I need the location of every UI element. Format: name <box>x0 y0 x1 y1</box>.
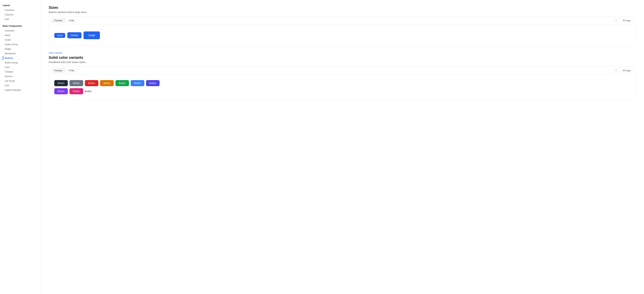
btn-pink[interactable]: Button <box>70 88 83 94</box>
sidebar-item-blockquote[interactable]: Blockquote <box>3 51 38 56</box>
sidebar-item-list-group[interactable]: List Group <box>3 79 38 83</box>
moon-icon: ☾ <box>616 19 618 22</box>
color-copy-label: Copy <box>626 69 630 72</box>
sidebar-item-avatar[interactable]: Avatar <box>3 38 38 42</box>
sidebar-item-lists[interactable]: Lists <box>3 83 38 88</box>
sizes-tab-html[interactable]: HTML <box>66 18 78 23</box>
sidebar-item-button-group[interactable]: Button Group <box>3 60 38 65</box>
color-tabs-bar: Preview HTML ☾ ⧉ Copy <box>49 66 636 75</box>
sidebar-item-badge[interactable]: Badge <box>3 47 38 51</box>
sidebar-item-container[interactable]: Container <box>3 8 38 12</box>
color-tabs-right: ☾ ⧉ Copy <box>614 68 633 73</box>
base-components-title: Base Components <box>3 25 38 27</box>
sizes-tabs-left: Preview HTML <box>52 18 78 23</box>
sidebar-item-collapse[interactable]: Collapse <box>3 70 38 74</box>
layout-section-title: Layout <box>3 4 38 6</box>
sidebar: Layout Container Columns Grid Base Compo… <box>0 0 40 294</box>
btn-ghost[interactable]: Button <box>85 90 92 92</box>
btn-green[interactable]: Button <box>116 80 129 86</box>
sizes-title: Sizes <box>49 6 636 10</box>
small-button[interactable]: Small <box>54 33 65 38</box>
color-row-2: Button Button Button <box>54 88 630 94</box>
color-variants-label: Color variants <box>49 52 636 54</box>
color-tabs-left: Preview HTML <box>52 68 78 73</box>
large-button[interactable]: Large <box>84 32 100 39</box>
btn-lightblue[interactable]: Button <box>131 80 144 86</box>
btn-black[interactable]: Button <box>54 80 68 86</box>
color-variants-description: Predefined solid color button styles. <box>49 61 636 64</box>
default-button[interactable]: Default <box>67 32 82 38</box>
sidebar-item-avatar-group[interactable]: Avatar Group <box>3 42 38 46</box>
sizes-copy-button[interactable]: ⧉ Copy <box>620 18 633 23</box>
sizes-preview-content: Small Default Large <box>49 25 636 46</box>
sidebar-item-accordion[interactable]: Accordion <box>3 28 38 33</box>
sidebar-item-columns[interactable]: Columns <box>3 12 38 17</box>
sidebar-item-grid[interactable]: Grid <box>3 17 38 21</box>
sidebar-item-card[interactable]: Card <box>3 65 38 69</box>
sidebar-item-alerts[interactable]: Alerts <box>3 33 38 37</box>
color-tab-html[interactable]: HTML <box>66 68 78 73</box>
sizes-description: Buttons stacked small to large sizes. <box>49 11 636 14</box>
sizes-moon-button[interactable]: ☾ <box>614 18 619 23</box>
color-preview-box: Preview HTML ☾ ⧉ Copy Button Button Butt… <box>49 66 636 100</box>
btn-purple[interactable]: Button <box>54 88 68 94</box>
sizes-tabs-right: ☾ ⧉ Copy <box>614 18 633 23</box>
btn-gray[interactable]: Button <box>70 80 83 86</box>
color-row-1: Button Button Button Button Button Butto… <box>54 80 630 86</box>
sizes-preview-box: Preview HTML ☾ ⧉ Copy Small Default Larg… <box>49 16 636 46</box>
main-content: Sizes Buttons stacked small to large siz… <box>40 0 644 294</box>
copy-icon: ⧉ <box>623 19 624 22</box>
btn-indigo[interactable]: Button <box>146 80 160 86</box>
sidebar-item-legend-indicator[interactable]: Legend Indicator <box>3 88 38 92</box>
moon-icon-2: ☾ <box>616 69 618 72</box>
color-moon-button[interactable]: ☾ <box>614 68 619 73</box>
color-preview-content: Button Button Button Button Button Butto… <box>49 75 636 100</box>
copy-icon-2: ⧉ <box>623 69 624 72</box>
sidebar-item-devices[interactable]: Devices <box>3 74 38 78</box>
sizes-copy-label: Copy <box>626 19 630 22</box>
sizes-tab-preview[interactable]: Preview <box>52 18 65 23</box>
btn-yellow[interactable]: Button <box>100 80 114 86</box>
sidebar-item-buttons[interactable]: Buttons <box>3 56 38 60</box>
color-variants-title: Solid color variants <box>49 56 636 60</box>
sizes-tabs-bar: Preview HTML ☾ ⧉ Copy <box>49 16 636 25</box>
color-copy-button[interactable]: ⧉ Copy <box>620 68 633 73</box>
btn-red[interactable]: Button <box>85 80 98 86</box>
color-tab-preview[interactable]: Preview <box>52 68 65 73</box>
